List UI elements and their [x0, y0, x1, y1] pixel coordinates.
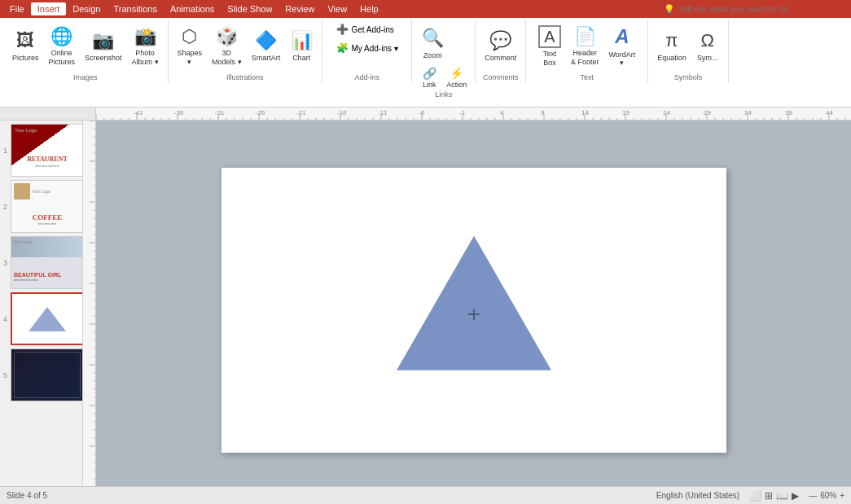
- ribbon-group-symbols: π Equation Ω Sym... Symbols: [648, 20, 729, 83]
- 3d-models-icon: 🎲: [216, 26, 238, 47]
- ribbon-group-comments: 💬 Comment Comments: [476, 20, 526, 83]
- ribbon-group-images: 🖼 Pictures 🌐 OnlinePictures 📷 Screenshot…: [3, 20, 169, 83]
- pictures-label: Pictures: [12, 54, 39, 63]
- menu-bar: File Insert Design Transitions Animation…: [0, 0, 851, 18]
- link-button[interactable]: 🔗 Link: [417, 68, 441, 89]
- tell-me-input[interactable]: [678, 4, 841, 14]
- triangle-shape[interactable]: +: [393, 231, 555, 374]
- menu-view[interactable]: View: [321, 2, 353, 15]
- slide-panel[interactable]: 1 Your Logo RETAURENT text text text tex…: [0, 121, 83, 499]
- text-group-label: Text: [580, 72, 594, 81]
- ribbon-group-illustrations: ⬡ Shapes▾ 🎲 3DModels ▾ 🔷 SmartArt 📊 Char…: [169, 20, 323, 83]
- slide-info: Slide 4 of 5: [7, 491, 47, 500]
- menu-review[interactable]: Review: [279, 2, 321, 15]
- ribbon-group-addins: ➕ Get Add-ins 🧩 My Add-ins ▾ Add-ins: [322, 20, 412, 83]
- menu-help[interactable]: Help: [353, 2, 385, 15]
- comment-button[interactable]: 💬 Comment: [480, 24, 520, 69]
- addins-group-label: Add-ins: [354, 72, 379, 81]
- screenshot-button[interactable]: 📷 Screenshot: [81, 24, 126, 69]
- chart-icon: 📊: [291, 30, 313, 51]
- normal-view-icon[interactable]: ⬜: [749, 490, 761, 502]
- get-add-ins-button[interactable]: ➕ Get Add-ins: [331, 21, 400, 37]
- slideshow-icon[interactable]: ▶: [792, 490, 799, 502]
- pictures-button[interactable]: 🖼 Pictures: [8, 24, 43, 69]
- equation-label: Equation: [657, 54, 687, 63]
- chart-label: Chart: [292, 54, 310, 63]
- menu-animations[interactable]: Animations: [164, 2, 221, 15]
- online-pictures-icon: 🌐: [50, 26, 72, 47]
- 3d-models-button[interactable]: 🎲 3DModels ▾: [208, 24, 246, 69]
- main-area: 1 Your Logo RETAURENT text text text tex…: [0, 121, 851, 499]
- screenshot-icon: 📷: [92, 30, 114, 51]
- illustrations-group-label: Illustrations: [226, 72, 264, 81]
- menu-transitions[interactable]: Transitions: [107, 2, 164, 15]
- slide-thumb-3[interactable]: Your Logo BEAUTIFUL GIRL text text text …: [11, 236, 83, 289]
- slide-canvas[interactable]: +: [222, 168, 726, 453]
- header-footer-button[interactable]: 📄 Header& Footer: [567, 24, 603, 69]
- menu-insert[interactable]: Insert: [31, 2, 67, 15]
- shapes-button[interactable]: ⬡ Shapes▾: [173, 24, 207, 69]
- smartart-button[interactable]: 🔷 SmartArt: [248, 24, 285, 69]
- menu-slideshow[interactable]: Slide Show: [221, 2, 279, 15]
- svg-marker-0: [29, 307, 66, 331]
- reading-view-icon[interactable]: 📖: [776, 490, 788, 502]
- canvas-area[interactable]: +: [96, 121, 851, 499]
- online-pictures-button[interactable]: 🌐 OnlinePictures: [45, 24, 80, 69]
- puzzle-icon: 🧩: [336, 42, 349, 54]
- ribbon-group-text: A TextBox 📄 Header& Footer A WordArt▾ Te…: [526, 20, 648, 83]
- menu-design[interactable]: Design: [66, 2, 107, 15]
- smartart-label: SmartArt: [252, 54, 281, 63]
- wordart-button[interactable]: A WordArt▾: [605, 24, 640, 69]
- images-group-label: Images: [73, 72, 98, 81]
- link-icon: 🔗: [423, 67, 436, 81]
- vertical-ruler: [83, 121, 96, 499]
- menu-file[interactable]: File: [3, 2, 31, 15]
- lightbulb-icon: 💡: [664, 4, 675, 15]
- slide-sorter-icon[interactable]: ⊞: [765, 490, 773, 502]
- symbol-button[interactable]: Ω Sym...: [692, 24, 723, 69]
- comments-group-label: Comments: [483, 72, 519, 81]
- action-button[interactable]: ⚡ Action: [443, 68, 470, 89]
- header-footer-icon: 📄: [574, 26, 596, 47]
- slide-thumb-2[interactable]: Your Logo COFFEE text text text: [11, 180, 83, 233]
- header-footer-label: Header& Footer: [571, 49, 599, 67]
- photo-album-button[interactable]: 📸 PhotoAlbum ▾: [128, 24, 163, 69]
- photo-album-icon: 📸: [134, 26, 156, 47]
- get-add-ins-icon: ➕: [336, 24, 349, 35]
- text-box-label: TextBox: [543, 50, 557, 68]
- link-label: Link: [423, 81, 436, 90]
- symbol-icon: Ω: [700, 30, 713, 51]
- equation-button[interactable]: π Equation: [653, 24, 691, 69]
- zoom-label: Zoom: [423, 51, 442, 60]
- text-box-button[interactable]: A TextBox: [534, 24, 565, 69]
- ribbon-group-links: 🔍 Zoom 🔗 Link ⚡ Action Links: [412, 20, 476, 83]
- online-pictures-label: OnlinePictures: [49, 49, 76, 67]
- zoom-button[interactable]: 🔍 Zoom: [417, 21, 448, 67]
- chart-button[interactable]: 📊 Chart: [286, 24, 317, 69]
- action-icon: ⚡: [450, 67, 463, 81]
- my-add-ins-label: My Add-ins ▾: [352, 44, 398, 53]
- language-info: English (United States): [656, 491, 739, 500]
- slide-thumb-1[interactable]: Your Logo RETAURENT text text text text: [11, 124, 83, 177]
- my-add-ins-button[interactable]: 🧩 My Add-ins ▾: [331, 40, 404, 56]
- comment-label: Comment: [485, 54, 516, 63]
- comment-icon: 💬: [489, 30, 511, 51]
- get-add-ins-label: Get Add-ins: [352, 25, 394, 34]
- shapes-label: Shapes▾: [178, 49, 203, 67]
- zoom-level: 60%: [820, 491, 836, 500]
- links-group-label: Links: [435, 89, 452, 99]
- shapes-icon: ⬡: [182, 26, 197, 47]
- symbol-label: Sym...: [697, 54, 718, 63]
- 3d-models-label: 3DModels ▾: [212, 49, 242, 67]
- symbols-group-label: Symbols: [674, 72, 703, 81]
- svg-text:+: +: [467, 300, 480, 326]
- ribbon: 🖼 Pictures 🌐 OnlinePictures 📷 Screenshot…: [0, 18, 851, 107]
- text-box-icon: A: [538, 25, 561, 48]
- slide-thumb-4[interactable]: [11, 292, 83, 345]
- zoom-icon: 🔍: [422, 28, 444, 49]
- wordart-label: WordArt▾: [609, 50, 636, 68]
- equation-icon: π: [665, 30, 678, 51]
- pictures-icon: 🖼: [16, 30, 34, 51]
- wordart-icon: A: [615, 25, 629, 49]
- slide-thumb-5[interactable]: [11, 348, 83, 401]
